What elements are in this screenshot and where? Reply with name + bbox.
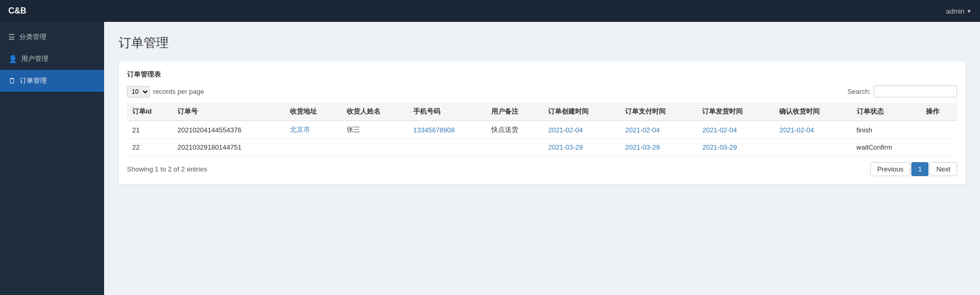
sidebar-item-category[interactable]: ☰ 分类管理 <box>0 26 104 48</box>
cell-status: waitConfirm <box>851 139 921 156</box>
page-1-button[interactable]: 1 <box>911 162 928 176</box>
col-remark: 用户备注 <box>486 103 543 121</box>
col-address: 收货地址 <box>285 103 341 121</box>
records-per-page-control: 10 25 50 records per page <box>127 86 204 97</box>
card-title: 订单管理表 <box>127 70 957 79</box>
cell-phone: 13345678908 <box>408 121 486 139</box>
orders-card: 订单管理表 10 25 50 records per page Search: <box>119 62 965 185</box>
cell-phone <box>408 139 486 156</box>
brand-logo: C&B <box>8 6 27 16</box>
cell-address <box>285 139 341 156</box>
previous-button[interactable]: Previous <box>870 162 910 176</box>
user-menu[interactable]: admin ▼ <box>946 7 972 15</box>
orders-icon: 🗒 <box>8 77 16 85</box>
cell-created: 2021-02-04 <box>543 121 620 139</box>
cell-order_no: 20210204144554376 <box>172 121 285 139</box>
orders-table: 订单id 订单号 收货地址 收货人姓名 手机号码 用户备注 订单创建时间 订单支… <box>127 103 957 156</box>
cell-order_no: 20210329180144751 <box>172 139 285 156</box>
col-created: 订单创建时间 <box>543 103 620 121</box>
topbar: C&B admin ▼ <box>0 0 980 22</box>
col-action: 操作 <box>921 103 957 121</box>
category-icon: ☰ <box>8 33 15 41</box>
user-caret-icon: ▼ <box>966 8 972 14</box>
cell-remark: 快点送货 <box>486 121 543 139</box>
col-paid: 订单支付时间 <box>620 103 697 121</box>
username-label: admin <box>946 7 964 15</box>
records-per-page-select[interactable]: 10 25 50 <box>127 86 150 97</box>
cell-paid: 2021-03-29 <box>620 139 697 156</box>
sidebar-item-label: 订单管理 <box>20 76 47 85</box>
showing-text: Showing 1 to 2 of 2 entries <box>127 165 207 173</box>
table-header-row: 订单id 订单号 收货地址 收货人姓名 手机号码 用户备注 订单创建时间 订单支… <box>127 103 957 121</box>
cell-created: 2021-03-29 <box>543 139 620 156</box>
cell-status: finish <box>851 121 921 139</box>
cell-action <box>921 139 957 156</box>
cell-shipped: 2021-03-29 <box>697 139 774 156</box>
cell-id: 21 <box>127 121 172 139</box>
sidebar-item-label: 用户管理 <box>21 54 48 64</box>
user-icon: 👤 <box>8 55 17 63</box>
cell-confirmed <box>774 139 851 156</box>
col-order-no: 订单号 <box>172 103 285 121</box>
search-box: Search: <box>847 85 957 97</box>
col-id: 订单id <box>127 103 172 121</box>
cell-shipped: 2021-02-04 <box>697 121 774 139</box>
pagination-footer: Showing 1 to 2 of 2 entries Previous 1 N… <box>127 162 957 176</box>
cell-name <box>341 139 408 156</box>
cell-action <box>921 121 957 139</box>
cell-id: 22 <box>127 139 172 156</box>
col-name: 收货人姓名 <box>341 103 408 121</box>
table-row: 22202103291801447512021-03-292021-03-292… <box>127 139 957 156</box>
col-phone: 手机号码 <box>408 103 486 121</box>
sidebar-item-label: 分类管理 <box>19 32 46 42</box>
next-button[interactable]: Next <box>930 162 957 176</box>
cell-confirmed: 2021-02-04 <box>774 121 851 139</box>
search-label: Search: <box>847 88 871 95</box>
col-shipped: 订单发货时间 <box>697 103 774 121</box>
records-per-page-label: records per page <box>153 88 204 95</box>
cell-paid: 2021-02-04 <box>620 121 697 139</box>
pagination-controls: Previous 1 Next <box>870 162 957 176</box>
sidebar: ☰ 分类管理 👤 用户管理 🗒 订单管理 <box>0 22 104 295</box>
table-row: 2120210204144554376北京市张三13345678908快点送货2… <box>127 121 957 139</box>
cell-name: 张三 <box>341 121 408 139</box>
sidebar-item-users[interactable]: 👤 用户管理 <box>0 48 104 70</box>
table-controls: 10 25 50 records per page Search: <box>127 85 957 97</box>
col-status: 订单状态 <box>851 103 921 121</box>
layout: ☰ 分类管理 👤 用户管理 🗒 订单管理 订单管理 订单管理表 10 25 50 <box>0 22 980 295</box>
cell-remark <box>486 139 543 156</box>
search-input[interactable] <box>874 85 957 97</box>
cell-address: 北京市 <box>285 121 341 139</box>
page-title: 订单管理 <box>119 34 965 51</box>
sidebar-item-orders[interactable]: 🗒 订单管理 <box>0 70 104 92</box>
col-confirmed: 确认收货时间 <box>774 103 851 121</box>
main-content: 订单管理 订单管理表 10 25 50 records per page Sea… <box>104 22 980 295</box>
